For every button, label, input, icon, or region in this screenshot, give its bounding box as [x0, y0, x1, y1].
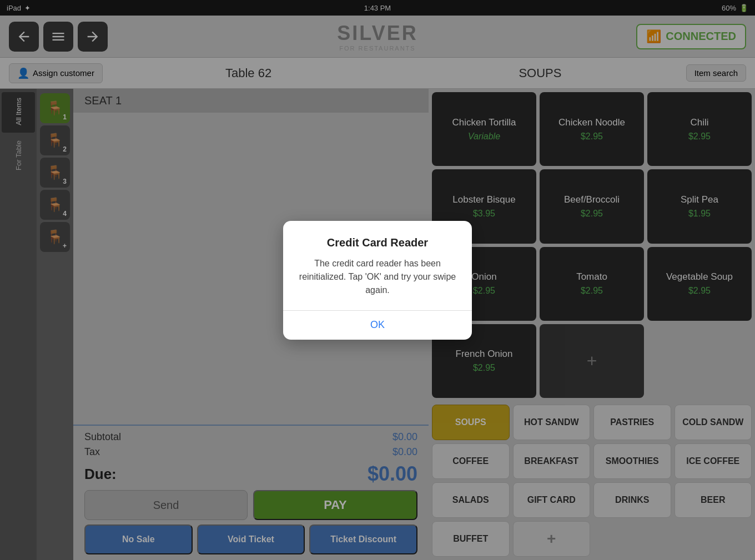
modal-actions: OK [283, 311, 472, 340]
credit-card-reader-modal: Credit Card Reader The credit card reade… [283, 221, 472, 340]
modal-message: The credit card reader has been reinitia… [299, 257, 456, 297]
modal-overlay: Credit Card Reader The credit card reade… [0, 0, 755, 560]
modal-ok-button[interactable]: OK [283, 311, 472, 340]
modal-body: Credit Card Reader The credit card reade… [283, 221, 472, 297]
modal-title: Credit Card Reader [299, 236, 456, 249]
